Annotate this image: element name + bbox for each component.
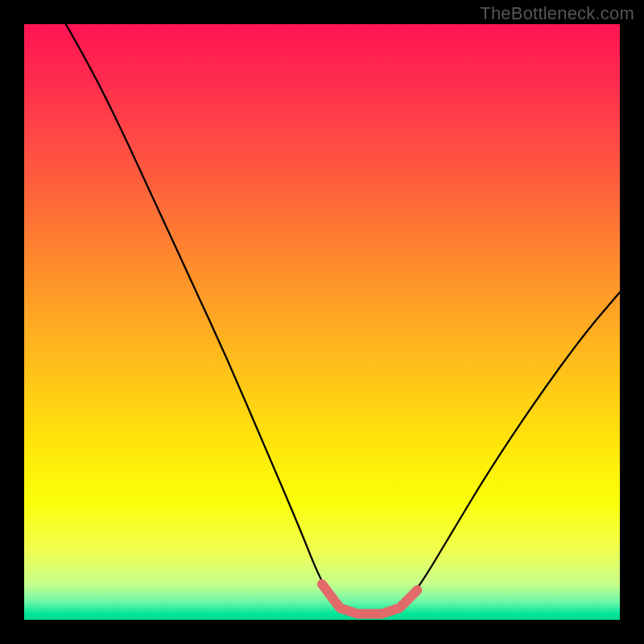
watermark-text: TheBottleneck.com [480,3,634,24]
optimal-zone-marker [24,24,620,620]
chart-frame: TheBottleneck.com [0,0,644,644]
plot-area [24,24,620,620]
